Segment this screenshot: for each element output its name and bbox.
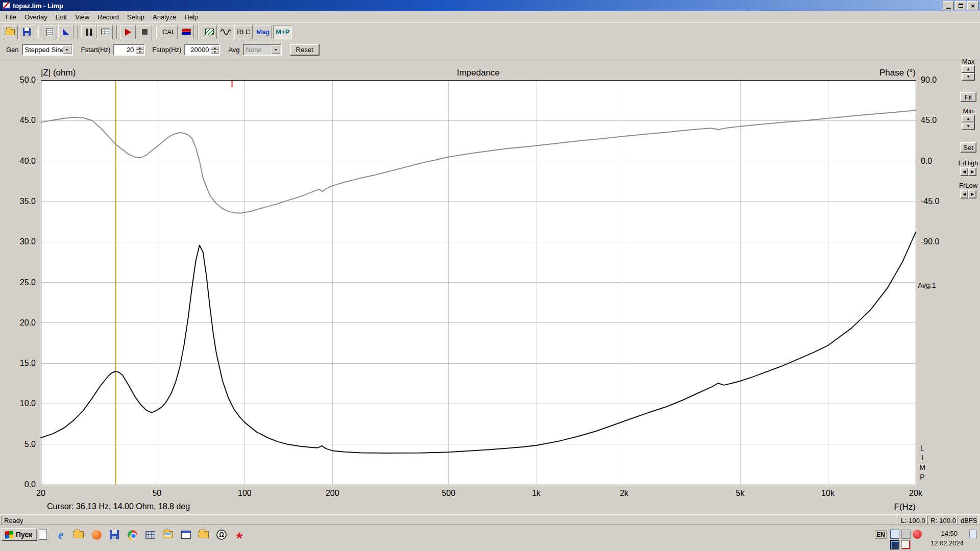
calibrate-button[interactable]: CAL — [160, 25, 178, 39]
x-tick-label: 2k — [620, 489, 629, 497]
chevron-down-icon: ▼ — [63, 45, 71, 54]
rlc-button[interactable]: RLC — [234, 25, 253, 39]
quicklaunch-media-icon[interactable] — [90, 529, 103, 541]
generator-select[interactable]: Stepped Sine ▼ — [22, 44, 73, 56]
tray-keyboard-icon[interactable] — [890, 530, 899, 539]
record-stop-button[interactable] — [137, 25, 152, 39]
fit-label: Fit — [965, 93, 972, 101]
copy-graph-button[interactable] — [42, 25, 57, 39]
start-button[interactable]: Пуск — [2, 528, 37, 541]
toolbar-separator — [156, 26, 156, 39]
fstop-label: Fstop(Hz) — [152, 46, 181, 54]
quicklaunch-window-icon[interactable] — [180, 529, 192, 541]
x-tick-label: 10k — [821, 489, 835, 497]
left-tick-label: 30.0 — [20, 237, 36, 246]
quicklaunch-documents-folder-icon[interactable] — [198, 529, 210, 541]
magnitude-phase-button[interactable]: M+P — [273, 25, 292, 39]
folder-icon — [74, 531, 84, 538]
restore-button[interactable] — [955, 1, 966, 10]
max-down-button[interactable]: ▼ — [962, 73, 975, 81]
reset-button[interactable]: Reset — [290, 44, 320, 56]
fstart-down-button[interactable]: ▼ — [136, 50, 143, 54]
menu-file[interactable]: File — [2, 12, 20, 22]
menu-help[interactable]: Help — [180, 12, 202, 22]
frlow-right-button[interactable]: ▶ — [968, 190, 976, 198]
right-tick-label: 45.0 — [921, 116, 937, 124]
up-arrow-icon: ▲ — [966, 116, 970, 121]
minimize-button[interactable] — [943, 1, 954, 10]
limp-watermark: LIMP — [918, 444, 926, 483]
fstart-up-button[interactable]: ▲ — [136, 46, 143, 50]
color-scheme-button[interactable] — [179, 25, 194, 39]
save-file-button[interactable] — [19, 25, 34, 39]
fstop-input[interactable]: 20000 ▲ ▼ — [184, 44, 220, 56]
tray-pen-icon[interactable] — [901, 540, 911, 549]
quicklaunch-notepad-icon[interactable] — [37, 529, 49, 541]
fstart-input[interactable]: 20 ▲ ▼ — [113, 44, 145, 56]
overlay-button[interactable] — [202, 25, 217, 39]
pen-wedge-icon — [63, 29, 69, 35]
menu-view[interactable]: View — [71, 12, 93, 22]
set-button[interactable]: Set — [960, 142, 976, 153]
language-indicator[interactable]: EN — [875, 530, 887, 539]
signal-view-button[interactable] — [218, 25, 233, 39]
toolbar-separator — [198, 26, 198, 39]
min-down-button[interactable]: ▼ — [962, 122, 975, 130]
magnitude-button[interactable]: Mag — [254, 25, 272, 39]
clock-time[interactable]: 14:50 — [922, 530, 958, 537]
close-button[interactable]: × — [967, 1, 978, 10]
pause-button[interactable] — [81, 25, 96, 39]
quicklaunch-keyboard-icon[interactable] — [144, 529, 156, 541]
quicklaunch-steps-icon[interactable]: * — [233, 529, 246, 541]
system-tray: EN 14:50 12.02.2024 — [868, 526, 980, 551]
quicklaunch-arta-icon[interactable]: Ω — [215, 529, 228, 541]
orange-disc-icon — [92, 530, 102, 540]
frhigh-left-button[interactable]: ◀ — [960, 167, 968, 176]
tray-record-icon[interactable] — [913, 530, 922, 539]
open-file-button[interactable] — [3, 25, 18, 39]
record-start-button[interactable] — [120, 25, 136, 39]
fstop-up-button[interactable]: ▲ — [211, 46, 218, 50]
impedance-phase-plot[interactable]: 50.045.040.035.030.025.020.015.010.05.00… — [0, 59, 980, 514]
up-arrow-icon: ▲ — [966, 67, 970, 71]
max-up-button[interactable]: ▲ — [962, 65, 975, 73]
play-triangle-icon — [125, 29, 131, 36]
left-tick-label: 15.0 — [20, 359, 36, 367]
quicklaunch-chrome-icon[interactable] — [126, 529, 138, 541]
tray-status-icon[interactable] — [901, 530, 911, 539]
generator-toolbar: Gen Stepped Sine ▼ Fstart(Hz) 20 ▲ ▼ Fst… — [0, 41, 980, 59]
data-table-button[interactable] — [97, 25, 113, 39]
show-desktop-icon[interactable] — [969, 530, 977, 538]
left-level-indicator: L:-100.0 — [898, 516, 927, 525]
right-tick-label: -45.0 — [921, 197, 940, 206]
folder-icon — [199, 531, 209, 538]
menu-edit[interactable]: Edit — [52, 12, 71, 22]
menu-overlay[interactable]: Overlay — [20, 12, 52, 22]
quicklaunch-folder-icon[interactable] — [72, 529, 85, 541]
hatch-pattern-icon — [205, 29, 214, 35]
fstart-spinner: ▲ ▼ — [136, 46, 143, 54]
menu-setup[interactable]: Setup — [123, 12, 149, 22]
average-count: Avg:1 — [918, 281, 936, 289]
menu-analyze[interactable]: Analyze — [149, 12, 180, 22]
tray-monitor-icon[interactable] — [890, 540, 899, 549]
frhigh-right-button[interactable]: ▶ — [968, 167, 976, 176]
x-tick-label: 500 — [442, 489, 455, 497]
left-tick-label: 25.0 — [20, 278, 36, 287]
menu-record[interactable]: Record — [93, 12, 123, 22]
omega-icon: Ω — [216, 530, 227, 540]
restore-icon — [959, 4, 963, 8]
left-tick-label: 45.0 — [20, 116, 36, 124]
quicklaunch-save-icon[interactable] — [108, 529, 120, 541]
min-label: Min — [963, 108, 974, 114]
frlow-left-button[interactable]: ◀ — [960, 190, 968, 198]
set-label: Set — [963, 144, 973, 152]
fit-button[interactable]: Fit — [960, 92, 976, 102]
min-up-button[interactable]: ▲ — [962, 115, 975, 122]
title-bar[interactable]: topaz.lim - Limp × — [0, 0, 980, 11]
fstop-down-button[interactable]: ▼ — [211, 50, 218, 54]
left-arrow-icon: ◀ — [963, 192, 966, 196]
quicklaunch-pictures-folder-icon[interactable] — [162, 529, 174, 541]
pen-color-button[interactable] — [58, 25, 74, 39]
quicklaunch-ie-browser-icon[interactable]: e — [55, 529, 67, 541]
